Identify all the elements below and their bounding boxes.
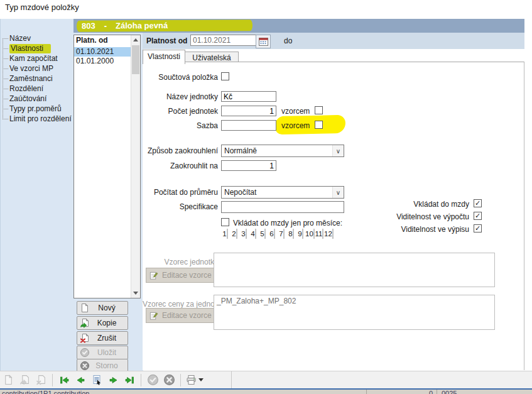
visibility-listing-checkbox[interactable] [474,224,482,233]
average-label: Počítat do průměru [143,188,218,197]
record-title-highlight: 803-Záloha pevná [77,19,252,31]
scroll-up-icon[interactable] [131,35,140,45]
edit-formula-icon [149,271,158,280]
scrollbar-thumb[interactable] [132,45,139,74]
copy-button[interactable]: Kopie [77,316,128,330]
new-button[interactable]: Nový [77,301,128,315]
validity-scrollbar[interactable] [131,35,140,298]
properties-tab-panel: Součtová položka Název jednotky Počet je… [143,62,524,370]
sum-item-checkbox[interactable] [221,72,229,80]
visibility-calculation-label: Viditelnost ve výpočtu [344,212,469,221]
months-only-label: Vkládat do mzdy jen pro měsíce: [233,219,342,227]
new-page-icon [80,303,90,313]
chevron-down-icon[interactable] [332,187,344,198]
record-header-bar: 803-Záloha pevná [73,19,524,33]
sum-item-label: Součtová položka [143,73,218,82]
delete-page-icon [80,333,90,343]
sidebar-item-typy-pomeru[interactable]: Typy pr.poměrů [0,104,73,114]
validity-period-row: Platnost od do [143,33,524,49]
status-mid-text: 0 [429,390,433,394]
status-right-text: 0025 [442,390,457,394]
sidebar-item-limit-rozdeleni[interactable]: Limit pro rozdělení [0,114,73,124]
edit-unit-formula-button[interactable]: Editace vzorce [146,268,218,283]
rounding-mode-dropdown[interactable]: Normálně [221,145,344,157]
toolbar-separator [52,374,53,386]
sidebar-item-rozdeleni[interactable]: Rozdělení [0,84,73,94]
rate-label: Sazba [143,121,218,130]
sidebar-item-kam-zapocitat[interactable]: Kam započítat [0,53,73,63]
platnost-od-field[interactable] [190,35,257,46]
save-button[interactable]: Uložit [77,346,128,359]
month-checkbox[interactable] [264,229,266,239]
unit-count-by-formula-checkbox[interactable] [315,106,323,114]
month-checkbox[interactable] [302,229,303,239]
toolbar-separator [180,374,181,386]
tab-vlastnosti[interactable]: Vlastnosti [143,50,185,64]
toolbar-separator [141,374,141,386]
app-window: Typ mzdové položky 803-Záloha pevná Náze… [0,0,532,394]
nav-first-icon[interactable] [57,373,72,387]
unit-name-field[interactable] [221,91,276,102]
sidebar-item-zauctovani[interactable]: Zaúčtování [0,94,73,104]
average-dropdown[interactable]: Nepočítat [221,186,344,199]
unit-count-label: Počet jednotek [143,107,218,116]
visibility-calculation-checkbox[interactable] [474,212,482,220]
toolbar-new-icon[interactable] [1,373,16,387]
month-checkbox[interactable] [227,229,228,239]
specification-label: Specifikace [143,202,218,211]
nav-last-icon[interactable] [122,373,137,387]
round-to-label: Zaokrouhlit na [143,161,218,170]
delete-button[interactable]: Zrušit [77,331,128,345]
unit-formula-textarea[interactable] [214,253,495,287]
toolbar-delete-icon[interactable] [33,373,48,387]
unit-formula-label: Vzorec jednotky [143,258,218,266]
round-to-field[interactable] [221,160,276,171]
rate-by-formula-checkbox[interactable] [315,121,323,129]
month-checkbox[interactable] [274,229,275,239]
unit-count-by-formula-label: vzorcem [281,107,310,116]
nav-previous-icon[interactable] [73,373,88,387]
sidebar-item-ve-vzorci-mp[interactable]: Ve vzorci MP [0,63,73,74]
scroll-down-icon[interactable] [131,288,140,298]
toolbar-panel [0,371,232,388]
insert-to-wage-label: Vkládat do mzdy [344,200,469,209]
sidebar-item-vlastnosti[interactable]: Vlastnosti [0,43,73,53]
calendar-button[interactable] [256,35,271,48]
browse-records-icon[interactable] [89,373,104,387]
sidebar-item-nazev[interactable]: Název [0,33,73,43]
record-code: 803 [82,21,95,31]
rate-field[interactable] [221,120,276,131]
platnost-od-label: Platnost od [146,36,187,45]
sidebar-item-zamestnanci[interactable]: Zaměstnanci [0,74,73,84]
unit-count-field[interactable] [221,106,276,116]
months-only-checkbox[interactable] [221,218,229,226]
status-bar: contribution/1P1 contribution 0 0025 [0,390,532,394]
window-title: Typ mzdové položky [5,3,79,12]
month-checkbox[interactable] [236,229,237,239]
printer-icon [185,375,197,386]
bottom-toolbar: OK Storno [0,371,532,388]
chevron-down-icon[interactable] [332,145,344,156]
toolbar-save-icon[interactable] [145,373,160,387]
month-checkbox[interactable] [283,229,285,239]
record-dash: - [104,21,107,30]
month-checkbox[interactable] [255,229,256,239]
month-checkbox[interactable] [332,229,334,239]
edit-formula-icon [149,311,158,320]
print-button[interactable] [185,373,204,387]
insert-to-wage-checkbox[interactable] [474,199,482,207]
toolbar-copy-icon[interactable] [17,373,32,387]
month-checkbox[interactable] [293,229,294,239]
price-formula-textarea[interactable]: _PM_Zaloha+_MP_802 [214,295,495,330]
nav-next-icon[interactable] [106,373,121,387]
print-menu-caret-icon[interactable] [198,378,204,381]
status-separator [366,390,367,394]
platnost-do-label: do [284,36,292,45]
month-checkbox[interactable] [246,229,247,239]
specification-field[interactable] [221,201,344,213]
edit-price-formula-button[interactable]: Editace vzorce [146,308,218,323]
toolbar-cancel-icon[interactable] [161,373,176,387]
calendar-icon [259,37,268,46]
status-separator [437,390,437,394]
sidebar-nav: Název Vlastnosti Kam započítat Ve vzorci… [0,33,73,124]
